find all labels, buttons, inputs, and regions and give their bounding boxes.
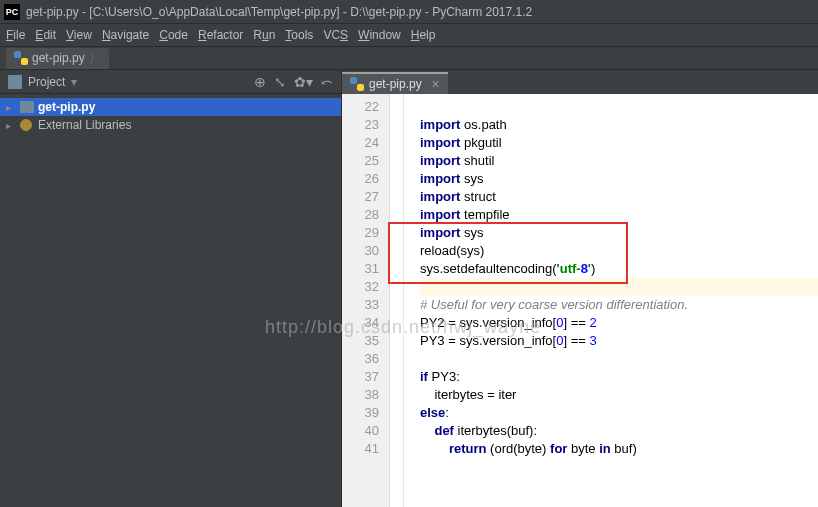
gear-icon[interactable]: ✿▾	[294, 74, 313, 90]
code-editor[interactable]: 2223242526272829303132333435363738394041…	[342, 94, 818, 507]
expand-arrow-icon[interactable]: ▸	[6, 102, 16, 113]
code-line[interactable]: import struct	[420, 188, 818, 206]
code-line[interactable]: import shutil	[420, 152, 818, 170]
breadcrumb-label: get-pip.py	[32, 51, 85, 65]
code-line[interactable]: # Useful for very coarse version differe…	[420, 296, 818, 314]
breadcrumb-bar: get-pip.py 〉	[0, 46, 818, 70]
collapse-all-icon[interactable]: ⤡	[274, 74, 286, 90]
code-line[interactable]	[420, 98, 818, 116]
code-line[interactable]: import pkgutil	[420, 134, 818, 152]
code-lines[interactable]: import os.pathimport pkgutilimport shuti…	[404, 94, 818, 507]
scroll-to-source-icon[interactable]: ⊕	[254, 74, 266, 90]
code-line[interactable]: return (ord(byte) for byte in buf)	[420, 440, 818, 458]
app-icon: PC	[4, 4, 20, 20]
code-line[interactable]: iterbytes = iter	[420, 386, 818, 404]
python-file-icon	[14, 51, 28, 65]
folder-icon	[20, 101, 34, 113]
menu-vcs[interactable]: VCS	[323, 28, 348, 42]
menu-help[interactable]: Help	[411, 28, 436, 42]
code-line[interactable]: import tempfile	[420, 206, 818, 224]
editor-tabbar: get-pip.py ✕	[342, 70, 818, 94]
code-line[interactable]: sys.setdefaultencoding('utf-8')	[420, 260, 818, 278]
titlebar: PC get-pip.py - [C:\Users\O_o\AppData\Lo…	[0, 0, 818, 24]
code-line[interactable]: import os.path	[420, 116, 818, 134]
code-line[interactable]: else:	[420, 404, 818, 422]
menu-refactor[interactable]: Refactor	[198, 28, 243, 42]
code-line[interactable]	[420, 350, 818, 368]
menubar: File Edit View Navigate Code Refactor Ru…	[0, 24, 818, 46]
dropdown-arrow-icon[interactable]: ▾	[71, 75, 77, 89]
library-icon	[20, 119, 34, 131]
breadcrumb-item[interactable]: get-pip.py 〉	[6, 48, 109, 69]
code-line[interactable]: import sys	[420, 170, 818, 188]
main-area: Project ▾ ⊕ ⤡ ✿▾ ⤺ ▸ get-pip.py ▸ Extern…	[0, 70, 818, 507]
editor-area: get-pip.py ✕ 222324252627282930313233343…	[342, 70, 818, 507]
project-sidebar: Project ▾ ⊕ ⤡ ✿▾ ⤺ ▸ get-pip.py ▸ Extern…	[0, 70, 342, 507]
code-line[interactable]: reload(sys)	[420, 242, 818, 260]
window-title: get-pip.py - [C:\Users\O_o\AppData\Local…	[26, 5, 532, 19]
project-icon	[8, 75, 22, 89]
menu-edit[interactable]: Edit	[35, 28, 56, 42]
hide-icon[interactable]: ⤺	[321, 74, 333, 90]
tree-label: External Libraries	[38, 118, 131, 132]
menu-navigate[interactable]: Navigate	[102, 28, 149, 42]
menu-run[interactable]: Run	[253, 28, 275, 42]
editor-tab[interactable]: get-pip.py ✕	[342, 72, 448, 94]
fold-bar	[390, 94, 404, 507]
code-line[interactable]: PY2 = sys.version_info[0] == 2	[420, 314, 818, 332]
tree-item-get-pip[interactable]: ▸ get-pip.py	[0, 98, 341, 116]
menu-tools[interactable]: Tools	[285, 28, 313, 42]
sidebar-title: Project	[28, 75, 65, 89]
menu-view[interactable]: View	[66, 28, 92, 42]
sidebar-header: Project ▾ ⊕ ⤡ ✿▾ ⤺	[0, 70, 341, 94]
line-number-gutter: 2223242526272829303132333435363738394041	[342, 94, 390, 507]
menu-code[interactable]: Code	[159, 28, 188, 42]
code-line[interactable]: if PY3:	[420, 368, 818, 386]
close-icon[interactable]: ✕	[431, 78, 440, 91]
expand-arrow-icon[interactable]: ▸	[6, 120, 16, 131]
tab-label: get-pip.py	[369, 77, 422, 91]
tree-item-external-libraries[interactable]: ▸ External Libraries	[0, 116, 341, 134]
project-tree: ▸ get-pip.py ▸ External Libraries	[0, 94, 341, 138]
code-line[interactable]: def iterbytes(buf):	[420, 422, 818, 440]
menu-file[interactable]: File	[6, 28, 25, 42]
tree-label: get-pip.py	[38, 100, 95, 114]
breadcrumb-separator: 〉	[89, 50, 101, 67]
code-line[interactable]: PY3 = sys.version_info[0] == 3	[420, 332, 818, 350]
menu-window[interactable]: Window	[358, 28, 401, 42]
code-line[interactable]	[420, 278, 818, 296]
python-file-icon	[350, 77, 364, 91]
code-line[interactable]: import sys	[420, 224, 818, 242]
